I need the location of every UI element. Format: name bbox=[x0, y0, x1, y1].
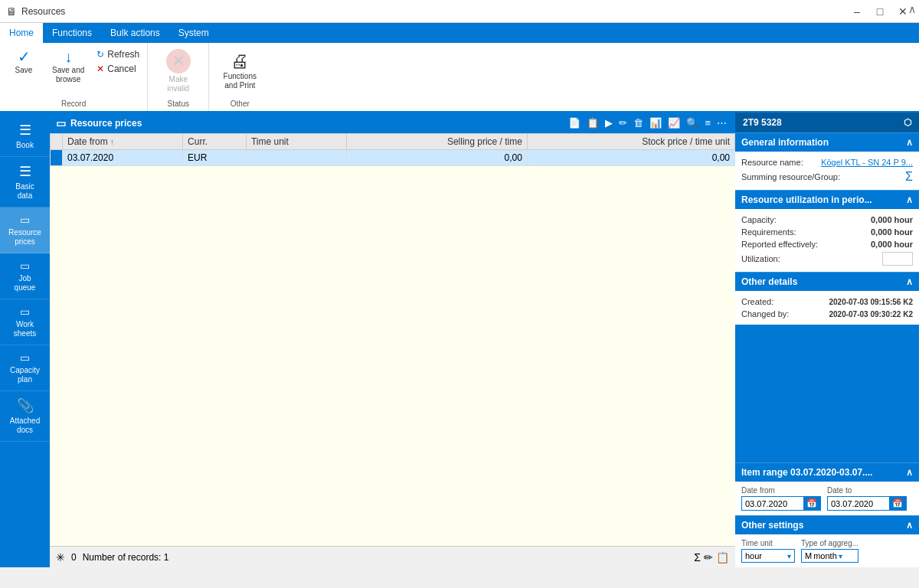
status-bar-right: Σ ✏ 📋 bbox=[694, 551, 729, 564]
menu-bulk-actions[interactable]: Bulk actions bbox=[101, 23, 169, 43]
refresh-label: Refresh bbox=[107, 49, 139, 60]
col-date-from[interactable]: Date from ↑ bbox=[63, 134, 183, 150]
general-info-section: General information ∧ Resource name: Kög… bbox=[735, 132, 919, 190]
make-invalid-label: Makeinvalid bbox=[168, 75, 189, 93]
other-details-section: Other details ∧ Created: 2020-07-03 09:1… bbox=[735, 272, 919, 325]
title-bar: 🖥 Resources – □ ✕ bbox=[0, 0, 919, 23]
ribbon-collapse-button[interactable]: ∧ bbox=[908, 3, 916, 15]
toolbar-edit-btn[interactable]: ✏ bbox=[616, 116, 630, 130]
col-stock-price[interactable]: Stock price / time unit bbox=[527, 134, 734, 150]
save-browse-icon: ↓ bbox=[64, 49, 72, 64]
sidebar-item-job-queue[interactable]: ▭ Jobqueue bbox=[0, 253, 50, 299]
table-row[interactable]: 03.07.2020 EUR 0,00 0,00 bbox=[51, 150, 735, 166]
date-from-cal-btn[interactable]: 📅 bbox=[803, 497, 820, 510]
menu-home[interactable]: Home bbox=[0, 23, 43, 43]
time-unit-label: Time unit bbox=[741, 539, 795, 547]
maximize-button[interactable]: □ bbox=[870, 4, 890, 19]
time-unit-select-wrap: hour ▾ bbox=[741, 549, 795, 563]
col-selling-price[interactable]: Selling price / time bbox=[347, 134, 528, 150]
sidebar-item-attached-docs[interactable]: 📎 Attacheddocs bbox=[0, 391, 50, 442]
sigma-icon[interactable]: Σ bbox=[905, 170, 913, 184]
resource-name-value[interactable]: Kögel KTL - SN 24 P 9... bbox=[821, 158, 913, 167]
refresh-button[interactable]: ↻ Refresh bbox=[93, 47, 142, 61]
edit-status-btn[interactable]: ✏ bbox=[704, 551, 713, 564]
refresh-cancel-group: ↻ Refresh ✕ Cancel bbox=[93, 46, 142, 77]
make-invalid-icon: ✕ bbox=[166, 49, 191, 74]
sigma-button[interactable]: Σ bbox=[694, 551, 701, 564]
toolbar-chart-btn[interactable]: 📊 bbox=[647, 116, 664, 130]
capacity-value: 0,000 hour bbox=[871, 215, 913, 224]
panel-open-icon[interactable]: ⬡ bbox=[904, 117, 911, 128]
minimize-button[interactable]: – bbox=[847, 4, 867, 19]
functions-print-label: Functionsand Print bbox=[224, 72, 257, 90]
date-from-group: Date from 📅 bbox=[741, 486, 821, 511]
save-and-browse-button[interactable]: ↓ Save andbrowse bbox=[46, 46, 90, 87]
type-agg-dropdown-arrow[interactable]: ▾ bbox=[839, 552, 842, 560]
toolbar-search-btn[interactable]: 🔍 bbox=[684, 116, 701, 130]
time-unit-dropdown-arrow[interactable]: ▾ bbox=[787, 552, 791, 560]
requirements-value: 0,000 hour bbox=[871, 227, 913, 237]
toolbar-menu-btn[interactable]: ⋯ bbox=[715, 116, 729, 130]
sidebar-item-work-sheets[interactable]: ▭ Worksheets bbox=[0, 299, 50, 345]
toolbar-delete-btn[interactable]: 🗑 bbox=[631, 116, 646, 130]
save-label: Save bbox=[15, 66, 33, 75]
requirements-row: Requirements: 0,000 hour bbox=[741, 226, 913, 238]
date-to-input[interactable] bbox=[828, 498, 889, 510]
reported-value: 0,000 hour bbox=[871, 240, 913, 249]
record-group-label: Record bbox=[5, 96, 142, 108]
menu-system[interactable]: System bbox=[169, 23, 218, 43]
col-time-unit[interactable]: Time unit bbox=[246, 134, 346, 150]
other-settings-title: Other settings bbox=[741, 520, 803, 531]
cancel-button[interactable]: ✕ Cancel bbox=[93, 62, 142, 76]
save-button[interactable]: ✓ Save bbox=[5, 46, 43, 78]
date-from-label: Date from bbox=[741, 486, 821, 495]
sidebar-item-book[interactable]: ☰ Book bbox=[0, 116, 50, 157]
cell-date-from: 03.07.2020 bbox=[63, 150, 183, 166]
toolbar-new-btn[interactable]: 📄 bbox=[566, 116, 583, 130]
toolbar-play-btn[interactable]: ▶ bbox=[603, 116, 615, 130]
toolbar-more-btn[interactable]: ≡ bbox=[702, 116, 713, 130]
changed-value: 2020-07-03 09:30:22 K2 bbox=[829, 310, 913, 318]
panel-spacer bbox=[735, 325, 919, 462]
app-icon: 🖥 bbox=[6, 5, 17, 18]
item-range-collapse[interactable]: ∧ bbox=[906, 467, 913, 478]
utilization-input[interactable] bbox=[882, 252, 913, 266]
cell-selling-price: 0,00 bbox=[347, 150, 528, 166]
date-from-input[interactable] bbox=[742, 498, 803, 510]
toolbar-copy-btn[interactable]: 📋 bbox=[584, 116, 601, 130]
work-sheets-icon: ▭ bbox=[20, 305, 30, 318]
col-curr[interactable]: Curr. bbox=[183, 134, 247, 150]
other-settings-collapse[interactable]: ∧ bbox=[906, 520, 913, 531]
menu-functions[interactable]: Functions bbox=[43, 23, 101, 43]
date-to-group: Date to 📅 bbox=[827, 486, 907, 511]
functions-print-button[interactable]: 🖨 Functionsand Print bbox=[217, 49, 263, 93]
cell-stock-price: 0,00 bbox=[527, 150, 734, 166]
reported-row: Reported effectively: 0,000 hour bbox=[741, 238, 913, 250]
make-invalid-button[interactable]: ✕ Makeinvalid bbox=[159, 46, 198, 96]
type-agg-select-wrap: M month ▾ bbox=[801, 549, 858, 563]
general-info-header: General information ∧ bbox=[735, 132, 919, 152]
other-details-collapse[interactable]: ∧ bbox=[906, 276, 913, 287]
panel-id: 2T9 5328 bbox=[743, 117, 782, 128]
resource-prices-title: ▭ Resource prices bbox=[56, 117, 142, 129]
status-bar: ✳ 0 Number of records: 1 Σ ✏ 📋 bbox=[50, 546, 735, 567]
changed-row: Changed by: 2020-07-03 09:30:22 K2 bbox=[741, 308, 913, 320]
settings-row: Time unit hour ▾ Type of aggreg... M mon… bbox=[741, 539, 913, 563]
general-info-collapse[interactable]: ∧ bbox=[906, 137, 913, 148]
date-to-cal-btn[interactable]: 📅 bbox=[889, 497, 906, 510]
created-label: Created: bbox=[741, 297, 773, 306]
settings-content: Time unit hour ▾ Type of aggreg... M mon… bbox=[735, 534, 919, 567]
copy-status-btn[interactable]: 📋 bbox=[716, 551, 729, 564]
ribbon: ✓ Save ↓ Save andbrowse ↻ Refresh ✕ bbox=[0, 43, 919, 113]
sidebar-item-capacity-plan[interactable]: ▭ Capacityplan bbox=[0, 345, 50, 391]
resource-prices-table: Date from ↑ Curr. Time unit Selling pric… bbox=[50, 133, 735, 546]
toolbar-bar-chart-btn[interactable]: 📈 bbox=[666, 116, 682, 130]
resource-prices-header: ▭ Resource prices 📄 📋 ▶ ✏ 🗑 📊 📈 🔍 ≡ ⋯ bbox=[50, 113, 735, 133]
sidebar-item-resource-prices[interactable]: ▭ Resourceprices bbox=[0, 207, 50, 253]
book-icon: ☰ bbox=[19, 122, 31, 139]
save-icon: ✓ bbox=[18, 49, 31, 64]
utilization-collapse[interactable]: ∧ bbox=[906, 194, 913, 205]
general-info-title: General information bbox=[741, 137, 829, 148]
basic-data-icon: ☰ bbox=[19, 163, 31, 180]
sidebar-item-basic-data[interactable]: ☰ Basicdata bbox=[0, 157, 50, 207]
